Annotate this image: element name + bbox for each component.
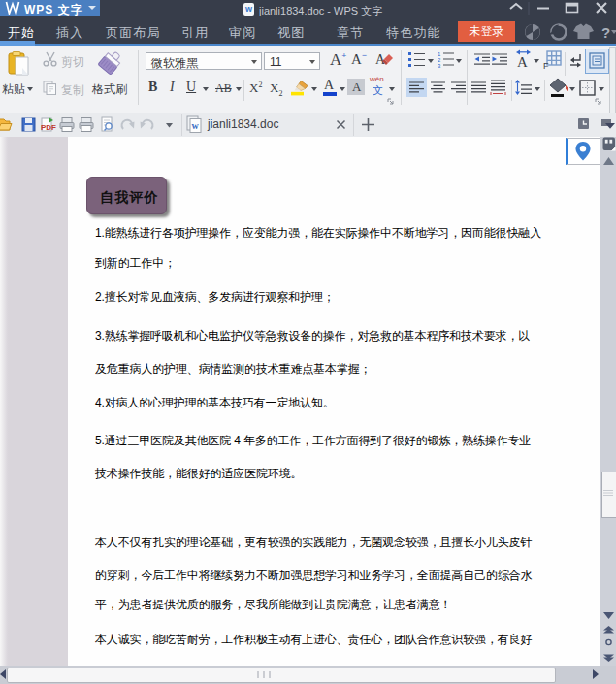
svg-text:w: w (192, 120, 200, 131)
svg-text:?: ? (601, 24, 610, 41)
svg-text:A: A (517, 54, 528, 70)
svg-text:3: 3 (438, 63, 441, 68)
svg-text:PDF: PDF (41, 123, 56, 132)
svg-text:F: F (543, 61, 549, 69)
